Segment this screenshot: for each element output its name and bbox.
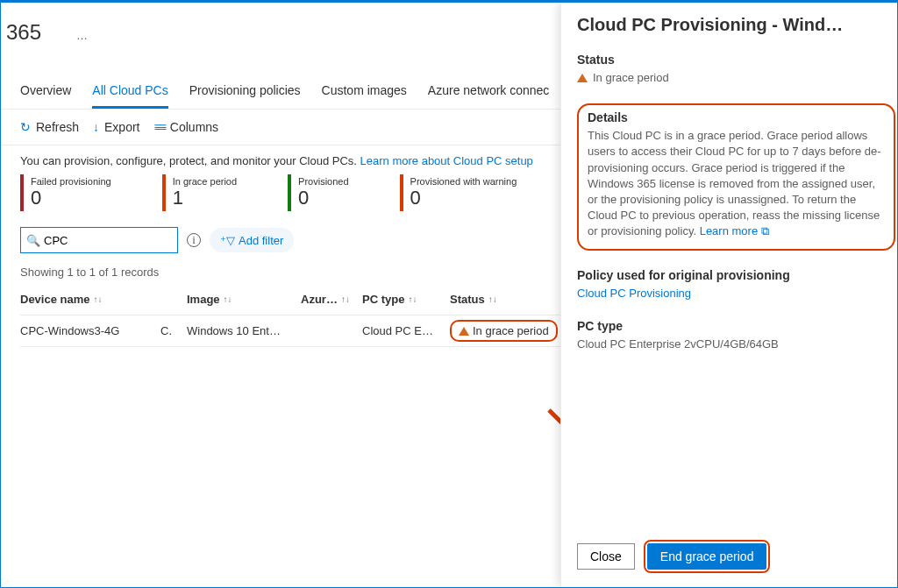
- details-label: Details: [588, 110, 887, 124]
- search-box[interactable]: 🔍: [20, 227, 178, 253]
- download-icon: ↓: [93, 120, 99, 134]
- search-icon: 🔍: [26, 234, 40, 247]
- primary-highlight: End grace period: [644, 540, 771, 573]
- add-filter-button[interactable]: ⁺▽ Add filter: [210, 228, 294, 252]
- details-flyout: Cloud PC Provisioning - Wind… Status In …: [560, 3, 897, 587]
- refresh-icon: ↻: [20, 120, 31, 134]
- policy-label: Policy used for original provisioning: [577, 268, 895, 282]
- sort-icon: ↑↓: [341, 294, 350, 304]
- search-input[interactable]: [44, 234, 172, 247]
- details-section: Details This Cloud PC is in a grace peri…: [577, 103, 895, 250]
- refresh-button[interactable]: ↻ Refresh: [20, 120, 79, 134]
- stat-failed: Failed provisioning 0: [20, 174, 118, 211]
- pctype-label: PC type: [577, 319, 895, 333]
- pctype-value: Cloud PC Enterprise 2vCPU/4GB/64GB: [577, 337, 895, 352]
- tab-custom-images[interactable]: Custom images: [322, 78, 407, 109]
- warning-icon: [459, 327, 469, 336]
- col-pctype[interactable]: PC type↑↓: [362, 293, 450, 306]
- external-link-icon: ⧉: [761, 224, 769, 237]
- col-device[interactable]: Device name↑↓: [20, 293, 160, 306]
- col-azure[interactable]: Azur…↑↓: [301, 293, 362, 306]
- sort-icon: ↑↓: [408, 294, 417, 304]
- end-grace-period-button[interactable]: End grace period: [647, 543, 767, 570]
- flyout-title: Cloud PC Provisioning - Wind…: [577, 15, 895, 35]
- sort-icon: ↑↓: [488, 294, 497, 304]
- col-status[interactable]: Status↑↓: [450, 293, 573, 306]
- sort-icon: ↑↓: [224, 294, 232, 304]
- col-image[interactable]: Image↑↓: [187, 293, 301, 306]
- filter-icon: ⁺▽: [220, 234, 235, 247]
- cell-image: Windows 10 Ent…: [187, 324, 301, 337]
- tab-provisioning-policies[interactable]: Provisioning policies: [189, 78, 301, 109]
- cell-device: CPC-Windows3-4G: [20, 324, 160, 337]
- cell-c: C.: [160, 324, 187, 337]
- close-button[interactable]: Close: [577, 543, 635, 570]
- details-text: This Cloud PC is in a grace period. Grac…: [588, 128, 887, 239]
- sort-icon: ↑↓: [94, 294, 103, 304]
- warning-icon: [577, 74, 588, 82]
- status-value: In grace period: [577, 70, 895, 86]
- stat-grace: In grace period 1: [162, 174, 244, 211]
- columns-icon: ≡≡: [154, 120, 165, 134]
- tab-overview[interactable]: Overview: [20, 78, 71, 109]
- page-title: 365: [6, 20, 41, 45]
- tab-azure-network[interactable]: Azure network connec: [428, 78, 550, 109]
- export-button[interactable]: ↓ Export: [93, 120, 139, 134]
- stat-provisioned: Provisioned 0: [288, 174, 355, 211]
- status-highlight: In grace period: [450, 320, 558, 342]
- tab-all-cloud-pcs[interactable]: All Cloud PCs: [92, 78, 167, 109]
- more-icon[interactable]: …: [76, 29, 89, 42]
- stat-warning: Provisioned with warning 0: [400, 174, 524, 211]
- flyout-footer: Close End grace period: [561, 531, 897, 587]
- cell-pctype: Cloud PC E…: [362, 324, 450, 337]
- columns-button[interactable]: ≡≡ Columns: [154, 120, 219, 134]
- policy-link[interactable]: Cloud PC Provisioning: [577, 287, 691, 300]
- info-icon[interactable]: i: [187, 233, 201, 247]
- status-label: Status: [577, 53, 895, 67]
- learn-more-link[interactable]: Learn more about Cloud PC setup: [360, 154, 533, 167]
- details-learn-more-link[interactable]: Learn more ⧉: [700, 224, 769, 237]
- cell-status: In grace period: [450, 320, 573, 342]
